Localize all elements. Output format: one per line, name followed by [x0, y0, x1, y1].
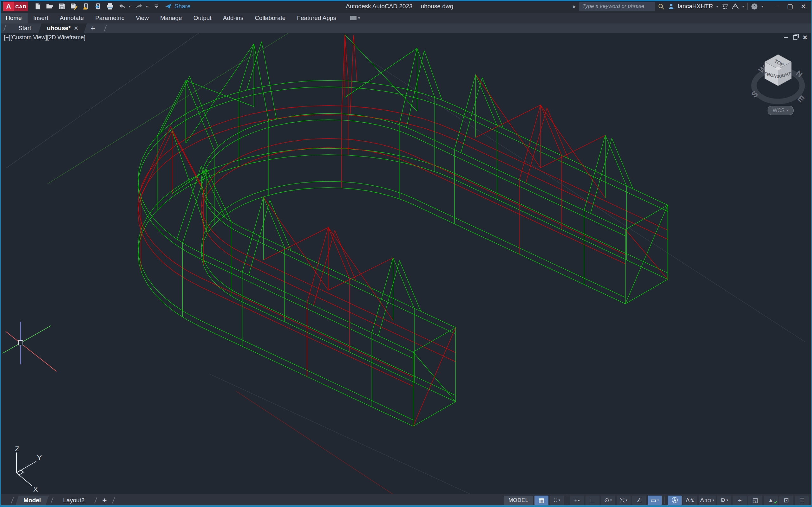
search-input[interactable] [579, 2, 655, 11]
document-name-text: uhouse.dwg [421, 3, 453, 10]
new-layout-button[interactable]: + [101, 496, 109, 505]
wcs-dropdown[interactable]: WCS ▾ [768, 106, 794, 115]
polar-tracking-toggle[interactable]: ⊙▾ [601, 496, 615, 505]
drawing-close-button[interactable]: ✕ [803, 35, 808, 40]
quick-access-toolbar: ▾▾ [32, 1, 162, 11]
qat-dropdown-icon [154, 3, 159, 10]
file-tab-start[interactable]: Start [10, 23, 40, 33]
annotation-scale-value: 1:1 [705, 498, 712, 503]
search-icon[interactable] [658, 3, 664, 10]
redo-caret-icon[interactable]: ▾ [146, 4, 150, 9]
drawing-minimize-button[interactable] [784, 35, 788, 40]
save-to-web-mobile-button[interactable] [93, 1, 103, 11]
app-title-text: Autodesk AutoCAD 2023 [346, 3, 412, 10]
ribbon-tab-add-ins[interactable]: Add-ins [217, 13, 249, 23]
save-button[interactable] [56, 1, 67, 11]
annotation-monitor-toggle[interactable]: ＋ [733, 496, 747, 505]
grid-display-toggle[interactable]: ▦ [535, 496, 548, 505]
annotation-visibility-icon: Ⓐ [671, 496, 677, 504]
ucs-icon[interactable] [16, 452, 36, 486]
ribbon-tab-view[interactable]: View [130, 13, 154, 23]
file-tab-close-icon[interactable]: ✕ [74, 25, 78, 32]
annotation-scale-toggle[interactable]: A1:1▾ [699, 496, 716, 505]
dynamic-input-toggle[interactable]: +▪ [570, 496, 584, 505]
model-paperspace-toggle[interactable]: MODEL [504, 496, 533, 505]
user-avatar-icon[interactable] [668, 3, 675, 10]
ribbon-tab-bar: HomeInsertAnnotateParametricViewManageOu… [0, 13, 812, 23]
file-tab-separator [3, 25, 6, 31]
drawing-restore-button[interactable] [793, 35, 798, 40]
plot-icon [106, 3, 114, 10]
signed-in-username[interactable]: lancaHXHTR [678, 3, 713, 10]
snap-mode-caret-icon: ▾ [559, 498, 560, 502]
window-minimize-button[interactable]: – [771, 1, 783, 12]
ribbon-tab-output[interactable]: Output [188, 13, 217, 23]
ribbon-tab-home[interactable]: Home [0, 13, 28, 23]
ribbon-tab-parametric[interactable]: Parametric [90, 13, 130, 23]
qat-dropdown-button[interactable] [151, 1, 162, 11]
annotation-monitor-icon: ＋ [737, 496, 743, 504]
ucs-x-label: X [33, 486, 38, 493]
plot-button[interactable] [105, 1, 115, 11]
ribbon-tab-insert[interactable]: Insert [28, 13, 54, 23]
ribbon-display-toggle[interactable]: ▾ [350, 13, 360, 23]
snap-mode-toggle[interactable]: ∷▾ [550, 496, 564, 505]
grid-display-icon: ▦ [539, 497, 544, 504]
share-paper-plane-icon [165, 3, 172, 10]
clean-screen-toggle[interactable]: ⊡ [779, 496, 793, 505]
autodesk-logo-icon[interactable] [731, 3, 739, 10]
new-file-button[interactable] [32, 1, 43, 11]
polar-tracking-icon: ⊙ [604, 497, 609, 504]
layout-tab-model[interactable]: Model [15, 496, 49, 505]
help-menu-caret-icon[interactable]: ▾ [761, 4, 763, 9]
isolate-objects-toggle[interactable]: ◱ [748, 496, 762, 505]
layout-tab-separator [50, 497, 53, 503]
open-folder-button[interactable] [44, 1, 55, 11]
redo-button[interactable] [134, 1, 145, 11]
graphics-performance-toggle[interactable]: ▲✔ [764, 496, 778, 505]
layout-tab-separator [112, 497, 115, 503]
workspace-switching-caret-icon: ▾ [726, 498, 728, 502]
statusbar-separator [664, 497, 665, 504]
undo-icon [118, 3, 126, 10]
layout-tab-layout2[interactable]: Layout2 [55, 496, 92, 505]
annotation-visibility-toggle[interactable]: Ⓐ [668, 496, 681, 505]
object-snap-tracking-caret-icon: ▾ [625, 498, 627, 502]
search-expand-arrow-icon[interactable]: ▶ [573, 4, 576, 9]
help-icon[interactable]: ? [751, 3, 758, 10]
app-store-cart-icon[interactable] [721, 3, 728, 10]
ortho-mode-icon: ∟ [590, 497, 596, 504]
user-menu-caret-icon[interactable]: ▾ [716, 4, 718, 9]
share-button[interactable]: Share [165, 3, 191, 10]
clean-screen-icon: ⊡ [784, 497, 789, 504]
ribbon-tab-manage[interactable]: Manage [154, 13, 188, 23]
viewport-controls-label[interactable]: [−][Custom View][2D Wireframe] [4, 34, 85, 41]
new-file-icon [34, 3, 41, 10]
window-close-button[interactable]: ✕ [798, 1, 809, 12]
window-maximize-button[interactable]: ▢ [784, 1, 796, 12]
ortho-mode-toggle[interactable]: ∟ [586, 496, 600, 505]
save-as-button[interactable] [68, 1, 79, 11]
wcs-caret-icon: ▾ [786, 108, 789, 112]
open-from-web-mobile-icon [83, 3, 90, 10]
object-snap-toggle[interactable]: ∠ [632, 496, 646, 505]
undo-button[interactable] [117, 1, 128, 11]
customize-toggle[interactable]: ☰ [795, 496, 809, 505]
undo-caret-icon[interactable]: ▾ [129, 4, 133, 9]
new-drawing-tab-button[interactable]: + [85, 23, 100, 33]
autodesk-menu-caret-icon[interactable]: ▾ [742, 4, 744, 9]
auto-annotation-scale-toggle[interactable]: A↯ [683, 496, 697, 505]
open-from-web-mobile-button[interactable] [81, 1, 91, 11]
autocad-app-menu[interactable]: A CAD [3, 2, 28, 11]
ribbon-tab-annotate[interactable]: Annotate [54, 13, 90, 23]
workspace-switching-toggle[interactable]: ⚙▾ [717, 496, 731, 505]
object-snap-tracking-toggle[interactable]: ⤫▾ [617, 496, 630, 505]
file-tab-uhouse[interactable]: uhouse* ✕ [38, 23, 87, 33]
selection-cycling-toggle[interactable]: ▭▾ [648, 496, 662, 505]
ribbon-tab-featured-apps[interactable]: Featured Apps [291, 13, 342, 23]
autocad-logo-icon: A [3, 2, 14, 11]
ribbon-tab-collaborate[interactable]: Collaborate [249, 13, 291, 23]
snap-mode-icon: ∷ [554, 497, 558, 504]
annotation-scale-icon: A [700, 497, 704, 504]
ucs-y-label: Y [37, 454, 42, 462]
